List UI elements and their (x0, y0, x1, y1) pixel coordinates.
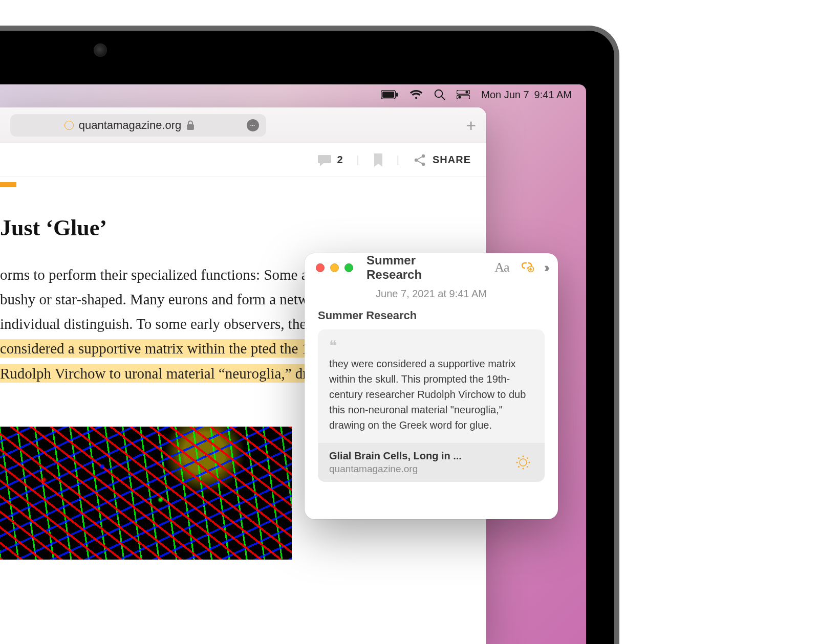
menubar-time: 9:41 AM (534, 89, 572, 101)
note-title: Summer Research (318, 309, 545, 322)
wifi-icon[interactable] (410, 90, 423, 100)
svg-point-22 (528, 461, 530, 463)
svg-point-8 (459, 96, 461, 98)
menubar-datetime[interactable]: Mon Jun 7 9:41 AM (481, 89, 572, 101)
format-button[interactable]: Aa (494, 260, 509, 275)
window-controls (316, 263, 353, 272)
spotlight-search-icon[interactable] (434, 89, 445, 100)
more-button[interactable]: ›› (544, 260, 547, 276)
laptop-bezel: Mon Jun 7 9:41 AM quantamagazine.org •••… (0, 26, 619, 644)
notes-window-title: Summer Research (367, 253, 474, 282)
svg-line-4 (442, 97, 445, 100)
comments-button[interactable]: 2 (317, 154, 343, 166)
site-favicon-icon (64, 121, 74, 130)
share-icon (413, 153, 426, 167)
svg-line-13 (417, 157, 422, 159)
article-action-bar: 2 | | SHARE (0, 143, 486, 177)
svg-point-24 (527, 466, 528, 468)
address-bar[interactable]: quantamagazine.org ••• (10, 114, 266, 137)
control-center-icon[interactable] (457, 90, 470, 99)
quote-card[interactable]: ❝ they were considered a supportive matr… (318, 329, 545, 482)
menubar-date: Mon Jun 7 (481, 89, 529, 101)
bookmark-icon[interactable] (373, 153, 383, 167)
svg-point-26 (527, 457, 528, 459)
svg-rect-1 (382, 92, 394, 98)
svg-point-19 (522, 455, 524, 457)
svg-line-14 (417, 161, 422, 163)
quote-source[interactable]: Glial Brain Cells, Long in ... quantamag… (318, 443, 545, 482)
note-timestamp: June 7, 2021 at 9:41 AM (318, 288, 545, 300)
quote-source-title: Glial Brain Cells, Long in ... (329, 450, 506, 462)
desktop-screen: Mon Jun 7 9:41 AM quantamagazine.org •••… (0, 84, 586, 644)
svg-point-25 (518, 466, 520, 468)
source-favicon-icon (513, 452, 533, 473)
svg-point-20 (522, 468, 524, 469)
close-button[interactable] (316, 263, 325, 272)
maximize-button[interactable] (344, 263, 353, 272)
svg-rect-9 (187, 124, 194, 130)
notes-body[interactable]: June 7, 2021 at 9:41 AM Summer Research … (305, 282, 558, 488)
svg-point-6 (466, 91, 468, 93)
share-label: SHARE (433, 154, 471, 166)
share-button[interactable]: SHARE (413, 153, 471, 167)
quote-source-site: quantamagazine.org (329, 463, 506, 475)
minimize-button[interactable] (330, 263, 339, 272)
section-marker (0, 182, 16, 187)
svg-point-18 (520, 459, 527, 466)
macos-menubar: Mon Jun 7 9:41 AM (0, 84, 586, 105)
battery-icon[interactable] (381, 90, 398, 99)
new-tab-button[interactable]: + (466, 117, 476, 134)
notes-window: Summer Research Aa ›› June 7, 2021 at 9:… (305, 253, 558, 519)
address-text: quantamagazine.org (79, 119, 182, 132)
svg-point-23 (518, 457, 520, 459)
safari-toolbar: quantamagazine.org ••• + (0, 107, 486, 143)
camera-icon (94, 43, 107, 57)
quote-mark-icon: ❝ (329, 339, 533, 353)
lock-icon (186, 120, 195, 130)
notes-toolbar: Summer Research Aa ›› (305, 253, 558, 282)
page-settings-button[interactable]: ••• (247, 119, 259, 131)
svg-point-21 (516, 461, 518, 463)
add-link-button[interactable] (520, 259, 534, 276)
article-heading: Just ‘Glue’ (0, 215, 466, 241)
comment-icon (317, 154, 332, 166)
svg-rect-2 (396, 93, 398, 97)
article-figure (0, 427, 292, 560)
comment-count: 2 (337, 154, 343, 166)
quote-text: they were considered a supportive matrix… (329, 356, 533, 433)
